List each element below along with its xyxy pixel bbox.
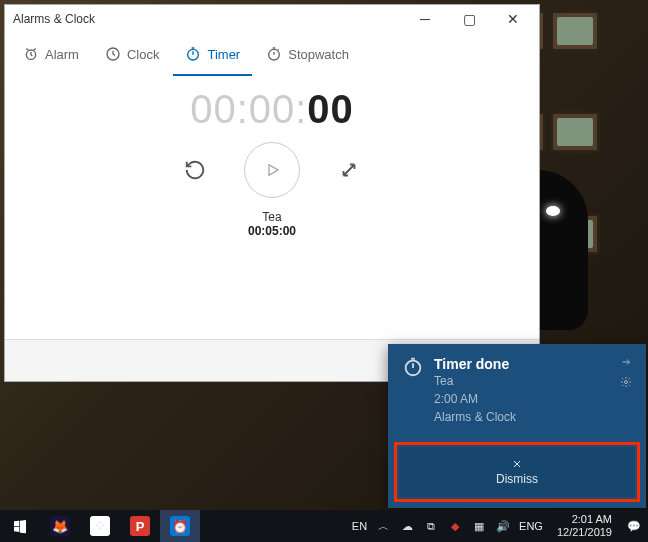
notification-line: Tea [434, 372, 610, 390]
start-button[interactable] [0, 510, 40, 542]
timer-panel: 00:00:00 Tea 00:05:00 [5, 77, 539, 339]
tab-label: Stopwatch [288, 47, 349, 62]
taskbar-app-p[interactable]: P [120, 510, 160, 542]
arrow-right-icon[interactable] [620, 356, 632, 368]
timer-display: 00:00:00 [190, 87, 354, 132]
tab-label: Clock [127, 47, 160, 62]
reset-icon[interactable] [184, 159, 206, 181]
timer-duration: 00:05:00 [248, 224, 296, 238]
expand-icon[interactable] [338, 159, 360, 181]
tray-volume-icon[interactable]: 🔊 [495, 518, 511, 534]
tab-timer[interactable]: Timer [173, 34, 252, 76]
tray-cloud-icon[interactable]: ☁ [399, 518, 415, 534]
tab-clock[interactable]: Clock [93, 34, 172, 76]
tray-network-icon[interactable]: ▦ [471, 518, 487, 534]
minimize-button[interactable]: ─ [403, 5, 447, 33]
dismiss-button[interactable]: Dismiss [399, 447, 635, 497]
timer-icon [185, 46, 201, 62]
notification-line: 2:00 AM [434, 390, 610, 408]
toast-notification[interactable]: Timer done Tea 2:00 AM Alarms & Clock Di… [388, 344, 646, 508]
svg-point-4 [406, 361, 421, 376]
play-button[interactable] [244, 142, 300, 198]
svg-point-5 [625, 381, 628, 384]
window-title: Alarms & Clock [13, 12, 403, 26]
clock-icon [105, 46, 121, 62]
tab-label: Timer [207, 47, 240, 62]
language-indicator[interactable]: ENG [519, 520, 543, 532]
taskbar-clock[interactable]: 2:01 AM 12/21/2019 [551, 513, 618, 539]
taskbar-app-chat[interactable]: ⁘ [80, 510, 120, 542]
timer-meta[interactable]: Tea 00:05:00 [248, 210, 296, 238]
highlight-box: Dismiss [394, 442, 640, 502]
stopwatch-icon [266, 46, 282, 62]
tray-app-icon[interactable]: ◆ [447, 518, 463, 534]
tray-dropbox-icon[interactable]: ⧉ [423, 518, 439, 534]
tray-chevron-up-icon[interactable]: ︿ [375, 518, 391, 534]
play-icon [263, 161, 281, 179]
alarms-clock-window: Alarms & Clock ─ ▢ ✕ Alarm Clock Timer S… [4, 4, 540, 382]
gear-icon[interactable] [620, 376, 632, 388]
alarm-icon [23, 46, 39, 62]
close-icon [511, 458, 523, 470]
dismiss-label: Dismiss [496, 472, 538, 486]
titlebar[interactable]: Alarms & Clock ─ ▢ ✕ [5, 5, 539, 33]
tab-strip: Alarm Clock Timer Stopwatch [5, 33, 539, 77]
notification-source: Alarms & Clock [434, 408, 610, 426]
taskbar-app-alarms[interactable]: ⏰ [160, 510, 200, 542]
windows-icon [12, 518, 28, 534]
ime-indicator[interactable]: EN [352, 520, 367, 532]
taskbar[interactable]: 🦊 ⁘ P ⏰ EN ︿ ☁ ⧉ ◆ ▦ 🔊 ENG 2:01 AM 12/21… [0, 510, 648, 542]
tab-label: Alarm [45, 47, 79, 62]
maximize-button[interactable]: ▢ [447, 5, 491, 33]
timer-name: Tea [248, 210, 296, 224]
close-button[interactable]: ✕ [491, 5, 535, 33]
timer-icon [402, 356, 424, 378]
tab-stopwatch[interactable]: Stopwatch [254, 34, 361, 76]
tab-alarm[interactable]: Alarm [11, 34, 91, 76]
notifications-icon[interactable]: 💬 [626, 518, 642, 534]
taskbar-date: 12/21/2019 [557, 526, 612, 539]
taskbar-app-browser[interactable]: 🦊 [40, 510, 80, 542]
taskbar-time: 2:01 AM [557, 513, 612, 526]
notification-title: Timer done [434, 356, 610, 372]
